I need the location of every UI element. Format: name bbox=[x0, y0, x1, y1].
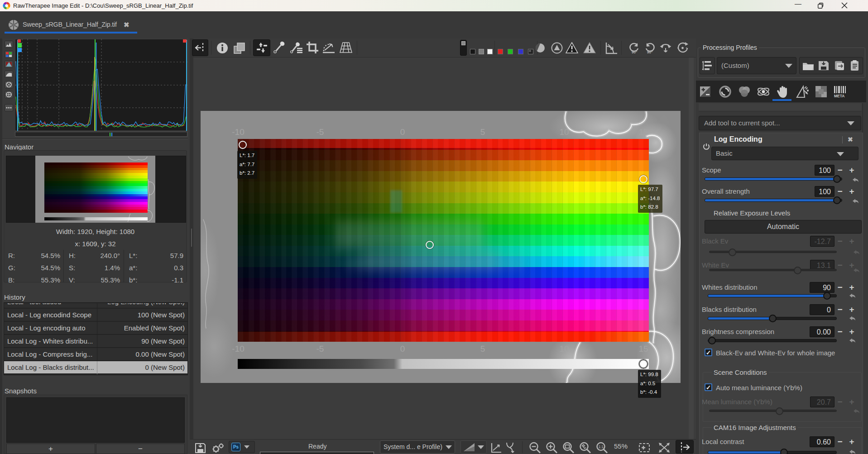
svg-text:1:1: 1:1 bbox=[599, 444, 604, 449]
svg-text:90°: 90° bbox=[632, 50, 637, 54]
svg-text:90°: 90° bbox=[647, 50, 652, 54]
svg-text:META: META bbox=[834, 94, 844, 98]
